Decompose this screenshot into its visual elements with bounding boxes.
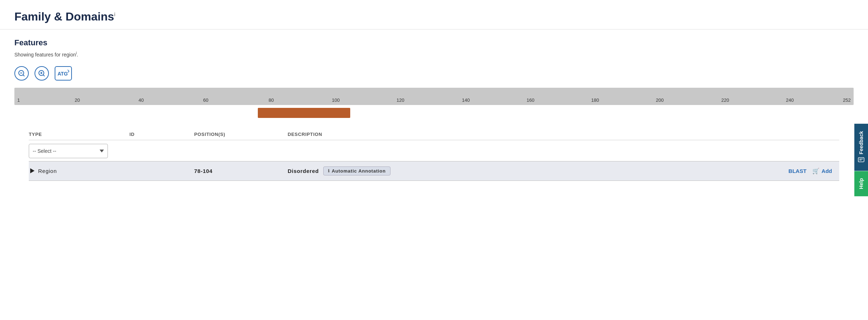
ruler-tick-120: 120: [397, 97, 405, 103]
row-expand-triangle[interactable]: [30, 168, 35, 173]
ruler-tick-160: 160: [527, 97, 535, 103]
ruler-tick-100: 100: [332, 97, 340, 103]
help-button[interactable]: Help: [854, 171, 868, 196]
features-subtitle: Showing features for regioni.: [14, 51, 854, 58]
col-header-description: DESCRIPTION: [288, 132, 839, 137]
ruler: 1 20 40 60 80 100 120 140 160 180 200 22…: [14, 88, 854, 105]
page-wrapper: Family & Domainsi Features Showing featu…: [0, 0, 868, 320]
col-header-type: TYPE: [29, 132, 129, 137]
ruler-tick-60: 60: [203, 97, 208, 103]
ruler-tick-80: 80: [269, 97, 274, 103]
ruler-tick-180: 180: [591, 97, 599, 103]
zoom-out-icon: [18, 70, 25, 77]
annotation-badge[interactable]: ℹ Automatic Annotation: [323, 166, 390, 175]
feedback-icon: [858, 157, 864, 164]
row-type-label: Region: [38, 168, 57, 174]
badge-icon: ℹ: [328, 169, 330, 173]
ruler-tick-20: 20: [75, 97, 80, 103]
features-section: Features Showing features for regioni.: [0, 29, 868, 181]
badge-label: Automatic Annotation: [332, 168, 385, 174]
help-label: Help: [858, 178, 864, 189]
ruler-tick-240: 240: [786, 97, 794, 103]
select-row: -- Select --: [29, 140, 839, 161]
zoom-in-button[interactable]: [35, 66, 49, 81]
svg-line-2: [23, 75, 24, 76]
svg-line-6: [43, 75, 45, 76]
page-title: Family & Domainsi: [0, 0, 868, 29]
ruler-start-label: 1: [17, 97, 20, 103]
title-superscript: i: [114, 12, 115, 17]
cart-icon: 🛒: [812, 168, 819, 174]
title-text: Family & Domains: [14, 10, 114, 23]
type-select[interactable]: -- Select --: [29, 144, 108, 158]
blast-link[interactable]: BLAST: [789, 168, 807, 174]
table-header-row: TYPE ID POSITION(S) DESCRIPTION: [29, 128, 839, 140]
add-label: Add: [822, 168, 832, 174]
features-title: Features: [14, 38, 854, 47]
disordered-region-bar[interactable]: [258, 108, 350, 118]
viz-area: 1 20 40 60 80 100 120 140 160 180 200 22…: [14, 88, 854, 119]
atg-icon: ATG: [57, 68, 70, 78]
type-select-container: -- Select --: [29, 144, 129, 158]
ruler-tick-220: 220: [721, 97, 729, 103]
toolbar: ATG: [14, 66, 854, 81]
row-description: Disordered ℹ Automatic Annotation: [288, 166, 789, 175]
row-positions: 78-104: [194, 168, 288, 174]
svg-text:ATG: ATG: [58, 71, 68, 77]
ruler-tick-140: 140: [462, 97, 470, 103]
zoom-in-icon: [38, 70, 45, 77]
add-button[interactable]: 🛒 Add: [812, 168, 832, 174]
col-header-id: ID: [129, 132, 194, 137]
table-row: Region 78-104 Disordered ℹ Automatic Ann…: [29, 161, 839, 181]
feedback-sidebar: Feedback Help: [854, 124, 868, 196]
ruler-end-label: 252: [843, 97, 851, 103]
row-description-text: Disordered: [288, 168, 319, 174]
row-type: Region: [29, 168, 129, 174]
col-header-positions: POSITION(S): [194, 132, 288, 137]
ruler-tick-200: 200: [656, 97, 664, 103]
row-actions: BLAST 🛒 Add: [789, 168, 839, 174]
feedback-label: Feedback: [858, 131, 864, 155]
table-section: TYPE ID POSITION(S) DESCRIPTION -- Selec…: [14, 128, 854, 181]
svg-rect-10: [858, 157, 864, 162]
feature-bars: [14, 106, 854, 119]
ruler-tick-40: 40: [138, 97, 143, 103]
atg-button[interactable]: ATG: [55, 66, 72, 81]
feedback-button[interactable]: Feedback: [854, 124, 868, 171]
zoom-out-button[interactable]: [14, 66, 29, 81]
